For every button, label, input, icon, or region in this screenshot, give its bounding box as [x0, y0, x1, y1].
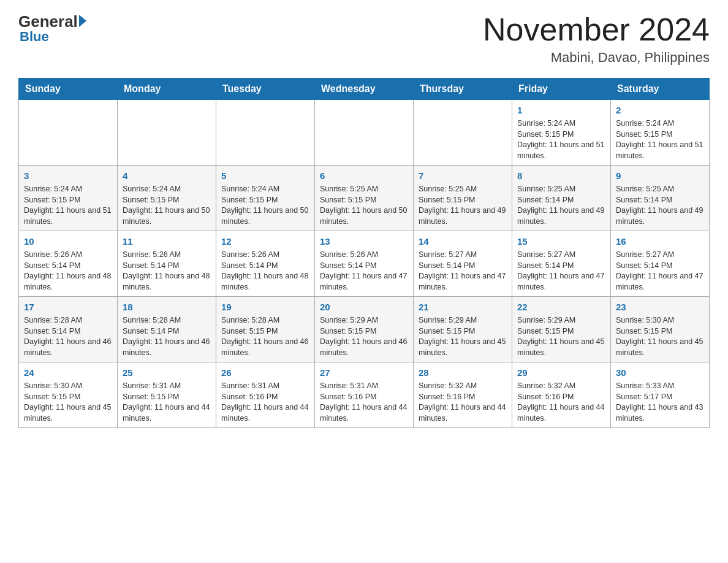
day-info: Sunrise: 5:31 AM	[123, 381, 211, 392]
day-number: 26	[221, 366, 309, 379]
day-info: Sunrise: 5:28 AM	[24, 315, 112, 326]
day-info: Sunset: 5:14 PM	[517, 195, 605, 206]
calendar-cell: 19Sunrise: 5:28 AMSunset: 5:15 PMDayligh…	[216, 297, 315, 362]
day-number: 4	[123, 169, 211, 182]
calendar-week-row: 3Sunrise: 5:24 AMSunset: 5:15 PMDaylight…	[19, 166, 710, 231]
day-info: Daylight: 11 hours and 51 minutes.	[24, 205, 112, 227]
day-info: Sunrise: 5:31 AM	[221, 381, 309, 392]
day-info: Daylight: 11 hours and 44 minutes.	[419, 402, 507, 424]
calendar-cell: 21Sunrise: 5:29 AMSunset: 5:15 PMDayligh…	[414, 297, 512, 362]
day-number: 11	[123, 235, 211, 248]
day-info: Sunrise: 5:29 AM	[419, 315, 507, 326]
day-info: Sunrise: 5:33 AM	[616, 381, 704, 392]
day-info: Daylight: 11 hours and 48 minutes.	[24, 271, 112, 293]
day-info: Sunset: 5:16 PM	[517, 392, 605, 403]
calendar-cell	[216, 100, 315, 166]
day-info: Daylight: 11 hours and 44 minutes.	[221, 402, 309, 424]
day-number: 24	[24, 366, 112, 379]
calendar-cell	[118, 100, 216, 166]
day-info: Sunrise: 5:27 AM	[616, 250, 704, 261]
calendar-cell: 1Sunrise: 5:24 AMSunset: 5:15 PMDaylight…	[512, 100, 611, 166]
day-info: Daylight: 11 hours and 47 minutes.	[616, 271, 704, 293]
day-info: Daylight: 11 hours and 45 minutes.	[517, 337, 605, 358]
calendar-header-row: SundayMondayTuesdayWednesdayThursdayFrid…	[19, 79, 710, 100]
day-number: 16	[616, 235, 704, 248]
day-info: Sunset: 5:14 PM	[24, 326, 112, 337]
day-number: 1	[517, 104, 605, 117]
day-info: Daylight: 11 hours and 48 minutes.	[221, 271, 309, 293]
day-info: Daylight: 11 hours and 48 minutes.	[123, 271, 211, 293]
day-number: 13	[320, 235, 408, 248]
calendar-header-wednesday: Wednesday	[315, 79, 414, 100]
day-info: Sunrise: 5:25 AM	[517, 184, 605, 195]
calendar-cell: 7Sunrise: 5:25 AMSunset: 5:15 PMDaylight…	[414, 166, 512, 231]
calendar-cell: 4Sunrise: 5:24 AMSunset: 5:15 PMDaylight…	[118, 166, 216, 231]
month-title: November 2024	[483, 12, 710, 47]
day-number: 15	[517, 235, 605, 248]
day-number: 10	[24, 235, 112, 248]
day-number: 23	[616, 301, 704, 313]
day-info: Daylight: 11 hours and 49 minutes.	[419, 205, 507, 227]
calendar-cell: 20Sunrise: 5:29 AMSunset: 5:15 PMDayligh…	[315, 297, 414, 362]
day-number: 22	[517, 301, 605, 313]
day-info: Sunset: 5:14 PM	[320, 261, 408, 272]
day-info: Sunrise: 5:25 AM	[616, 184, 704, 195]
day-info: Sunrise: 5:26 AM	[221, 250, 309, 261]
day-number: 19	[221, 301, 309, 313]
calendar-cell: 11Sunrise: 5:26 AMSunset: 5:14 PMDayligh…	[118, 231, 216, 297]
day-info: Sunrise: 5:28 AM	[123, 315, 211, 326]
day-info: Sunset: 5:15 PM	[517, 326, 605, 337]
calendar-cell: 3Sunrise: 5:24 AMSunset: 5:15 PMDaylight…	[19, 166, 118, 231]
day-info: Sunrise: 5:30 AM	[616, 315, 704, 326]
logo: General Blue	[18, 12, 86, 45]
day-info: Daylight: 11 hours and 46 minutes.	[221, 337, 309, 358]
calendar-cell: 8Sunrise: 5:25 AMSunset: 5:14 PMDaylight…	[512, 166, 611, 231]
day-info: Sunrise: 5:30 AM	[24, 381, 112, 392]
day-info: Sunset: 5:15 PM	[24, 195, 112, 206]
day-info: Sunset: 5:15 PM	[123, 195, 211, 206]
day-info: Sunset: 5:14 PM	[517, 261, 605, 272]
day-info: Sunset: 5:16 PM	[320, 392, 408, 403]
day-info: Sunset: 5:15 PM	[320, 326, 408, 337]
calendar-cell: 25Sunrise: 5:31 AMSunset: 5:15 PMDayligh…	[118, 362, 216, 428]
logo-blue: Blue	[20, 29, 49, 45]
day-info: Sunrise: 5:26 AM	[24, 250, 112, 261]
day-info: Sunrise: 5:25 AM	[419, 184, 507, 195]
day-info: Sunrise: 5:28 AM	[221, 315, 309, 326]
day-info: Sunset: 5:15 PM	[221, 326, 309, 337]
calendar-cell: 12Sunrise: 5:26 AMSunset: 5:14 PMDayligh…	[216, 231, 315, 297]
day-number: 18	[123, 301, 211, 313]
day-info: Daylight: 11 hours and 51 minutes.	[616, 140, 704, 161]
logo-triangle-icon	[79, 15, 86, 27]
day-number: 5	[221, 169, 309, 182]
calendar-header-sunday: Sunday	[19, 79, 118, 100]
day-info: Sunrise: 5:32 AM	[517, 381, 605, 392]
calendar-header-friday: Friday	[512, 79, 611, 100]
calendar-cell: 22Sunrise: 5:29 AMSunset: 5:15 PMDayligh…	[512, 297, 611, 362]
day-info: Sunset: 5:16 PM	[221, 392, 309, 403]
calendar-header-thursday: Thursday	[414, 79, 512, 100]
day-info: Daylight: 11 hours and 43 minutes.	[616, 402, 704, 424]
calendar-week-row: 17Sunrise: 5:28 AMSunset: 5:14 PMDayligh…	[19, 297, 710, 362]
day-info: Sunrise: 5:25 AM	[320, 184, 408, 195]
calendar-week-row: 10Sunrise: 5:26 AMSunset: 5:14 PMDayligh…	[19, 231, 710, 297]
calendar-cell	[19, 100, 118, 166]
day-info: Daylight: 11 hours and 46 minutes.	[123, 337, 211, 358]
calendar-cell: 2Sunrise: 5:24 AMSunset: 5:15 PMDaylight…	[611, 100, 710, 166]
day-info: Sunrise: 5:32 AM	[419, 381, 507, 392]
day-number: 29	[517, 366, 605, 379]
day-info: Sunset: 5:16 PM	[419, 392, 507, 403]
calendar-cell: 24Sunrise: 5:30 AMSunset: 5:15 PMDayligh…	[19, 362, 118, 428]
day-info: Daylight: 11 hours and 49 minutes.	[616, 205, 704, 227]
calendar-week-row: 1Sunrise: 5:24 AMSunset: 5:15 PMDaylight…	[19, 100, 710, 166]
calendar-header-saturday: Saturday	[611, 79, 710, 100]
day-info: Daylight: 11 hours and 45 minutes.	[24, 402, 112, 424]
day-info: Sunset: 5:15 PM	[123, 392, 211, 403]
day-info: Sunrise: 5:27 AM	[517, 250, 605, 261]
day-info: Daylight: 11 hours and 47 minutes.	[320, 271, 408, 293]
day-info: Sunset: 5:14 PM	[419, 261, 507, 272]
day-number: 27	[320, 366, 408, 379]
day-info: Daylight: 11 hours and 50 minutes.	[221, 205, 309, 227]
day-info: Sunset: 5:14 PM	[616, 195, 704, 206]
day-info: Daylight: 11 hours and 50 minutes.	[123, 205, 211, 227]
